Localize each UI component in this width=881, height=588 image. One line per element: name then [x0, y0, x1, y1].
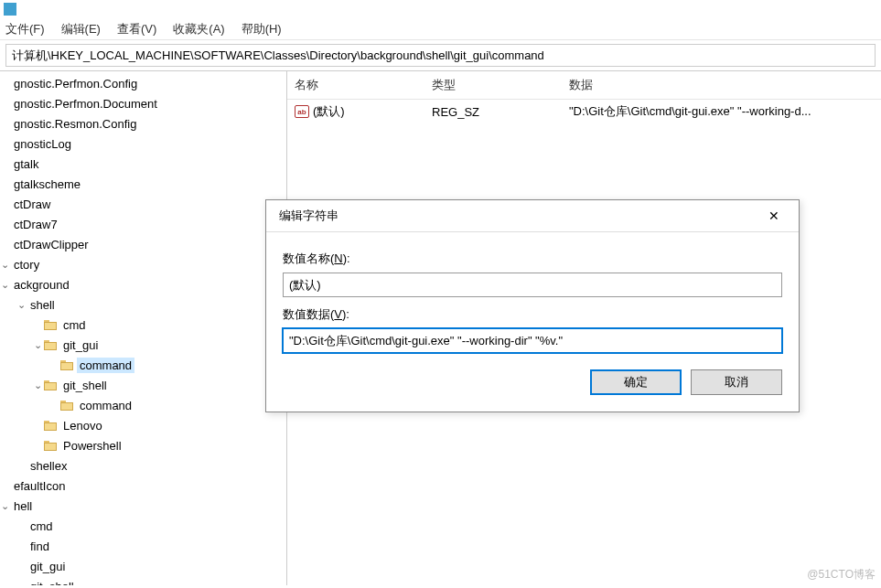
menu-file[interactable]: 文件(F): [5, 21, 45, 37]
col-data-header[interactable]: 数据: [562, 71, 881, 99]
app-icon: [4, 3, 16, 16]
col-name-header[interactable]: 名称: [287, 71, 424, 99]
toggle-icon[interactable]: ⌄: [0, 259, 9, 271]
tree-item-label: find: [27, 539, 52, 554]
list-header: 名称 类型 数据: [287, 71, 881, 100]
tree-item-label: command: [77, 398, 134, 413]
tree-item-gnostic-perfmon-config[interactable]: gnostic.Perfmon.Config: [0, 73, 286, 93]
tree-view[interactable]: gnostic.Perfmon.Configgnostic.Perfmon.Do…: [0, 71, 287, 585]
tree-item-efaulticon[interactable]: efaultIcon: [0, 476, 286, 496]
tree-item-ctdraw7[interactable]: ctDraw7: [0, 214, 286, 234]
menu-view[interactable]: 查看(V): [117, 21, 156, 37]
value-type: REG_SZ: [424, 102, 562, 123]
value-data: "D:\Git仓库\Git\cmd\git-gui.exe" "--workin…: [562, 100, 881, 123]
tree-item-label: gnostic.Resmon.Config: [11, 116, 139, 132]
string-value-icon: ab: [295, 105, 309, 118]
tree-item-ctory[interactable]: ⌄ctory: [0, 254, 286, 274]
toggle-icon[interactable]: ⌄: [0, 279, 9, 291]
tree-item-cmd[interactable]: cmd: [0, 516, 286, 536]
folder-icon: [44, 320, 57, 330]
tree-item-label: gnostic.Perfmon.Config: [11, 76, 140, 91]
tree-item-gtalk[interactable]: gtalk: [0, 154, 286, 174]
folder-icon: [44, 340, 57, 350]
folder-icon: [44, 380, 57, 390]
tree-item-ctdraw[interactable]: ctDraw: [0, 194, 286, 214]
ok-button[interactable]: 确定: [590, 369, 682, 395]
tree-item-git-gui[interactable]: ⌄git_gui: [0, 335, 286, 355]
tree-item-label: efaultIcon: [11, 478, 68, 494]
tree-item-gnostic-resmon-config[interactable]: gnostic.Resmon.Config: [0, 113, 286, 134]
col-type-header[interactable]: 类型: [424, 71, 562, 99]
tree-item-label: gtalk: [11, 156, 41, 172]
tree-item-label: git_shell: [60, 378, 110, 393]
menu-favorites[interactable]: 收藏夹(A): [173, 21, 224, 37]
tree-item-label: git_shell: [27, 579, 77, 586]
tree-item-gtalkscheme[interactable]: gtalkscheme: [0, 174, 286, 194]
tree-item-label: cmd: [27, 519, 56, 534]
value-name-label: 数值名称(N):: [283, 251, 782, 267]
tree-item-shellex[interactable]: shellex: [0, 455, 286, 476]
dialog-title: 编辑字符串: [279, 208, 338, 224]
tree-item-command[interactable]: command: [0, 395, 286, 415]
tree-item-ctdrawclipper[interactable]: ctDrawClipper: [0, 234, 286, 254]
toggle-icon[interactable]: ⌄: [33, 339, 42, 351]
value-data-input[interactable]: [283, 328, 782, 353]
tree-item-git-shell[interactable]: git_shell: [0, 576, 286, 585]
tree-item-label: ackground: [11, 277, 72, 293]
folder-icon: [60, 401, 73, 411]
tree-item-cmd[interactable]: cmd: [0, 315, 286, 335]
cancel-button[interactable]: 取消: [691, 369, 782, 395]
tree-item-label: command: [77, 358, 134, 373]
watermark: @51CTO博客: [807, 567, 876, 583]
tree-item-gnostic-perfmon-document[interactable]: gnostic.Perfmon.Document: [0, 93, 286, 113]
tree-item-label: Powershell: [60, 438, 124, 454]
tree-item-find[interactable]: find: [0, 536, 286, 556]
tree-item-label: hell: [11, 498, 35, 514]
tree-item-git-shell[interactable]: ⌄git_shell: [0, 375, 286, 395]
tree-item-powershell[interactable]: Powershell: [0, 435, 286, 455]
value-name: (默认): [313, 103, 345, 120]
close-icon[interactable]: ✕: [760, 208, 788, 223]
toggle-icon[interactable]: ⌄: [16, 299, 26, 311]
menu-help[interactable]: 帮助(H): [242, 21, 282, 37]
tree-item-label: git_gui: [27, 559, 68, 574]
edit-string-dialog: 编辑字符串 ✕ 数值名称(N): 数值数据(V): 确定 取消: [265, 199, 800, 412]
folder-icon: [44, 441, 57, 451]
pathbar: [0, 40, 881, 70]
value-data-label: 数值数据(V):: [283, 306, 782, 323]
toggle-icon[interactable]: ⌄: [0, 500, 9, 512]
folder-icon: [60, 360, 73, 370]
value-name-input[interactable]: [283, 273, 782, 297]
list-row[interactable]: ab (默认) REG_SZ "D:\Git仓库\Git\cmd\git-gui…: [287, 100, 881, 123]
tree-item-label: git_gui: [60, 337, 101, 353]
tree-item-label: ctDraw: [11, 197, 53, 212]
tree-item-command[interactable]: command: [0, 355, 286, 375]
menu-edit[interactable]: 编辑(E): [61, 21, 101, 37]
path-input[interactable]: [5, 44, 876, 67]
tree-item-label: ctDraw7: [11, 217, 60, 232]
tree-item-label: cmd: [60, 317, 89, 333]
tree-item-hell[interactable]: ⌄hell: [0, 496, 286, 516]
titlebar: [0, 0, 881, 18]
tree-item-label: shellex: [27, 458, 70, 474]
tree-item-lenovo[interactable]: Lenovo: [0, 415, 286, 435]
tree-item-label: Lenovo: [60, 418, 105, 433]
tree-item-label: ctory: [11, 257, 42, 273]
folder-icon: [44, 421, 57, 431]
tree-item-label: gnostic.Perfmon.Document: [11, 96, 160, 112]
tree-item-gnosticlog[interactable]: gnosticLog: [0, 134, 286, 154]
toggle-icon[interactable]: ⌄: [33, 380, 42, 391]
tree-item-git-gui[interactable]: git_gui: [0, 556, 286, 576]
tree-item-shell[interactable]: ⌄shell: [0, 294, 286, 315]
menubar: 文件(F) 编辑(E) 查看(V) 收藏夹(A) 帮助(H): [0, 18, 881, 40]
tree-item-label: gnosticLog: [11, 136, 74, 152]
tree-item-label: ctDrawClipper: [11, 237, 91, 252]
tree-item-ackground[interactable]: ⌄ackground: [0, 274, 286, 294]
tree-item-label: gtalkscheme: [11, 176, 83, 192]
tree-item-label: shell: [27, 297, 58, 313]
